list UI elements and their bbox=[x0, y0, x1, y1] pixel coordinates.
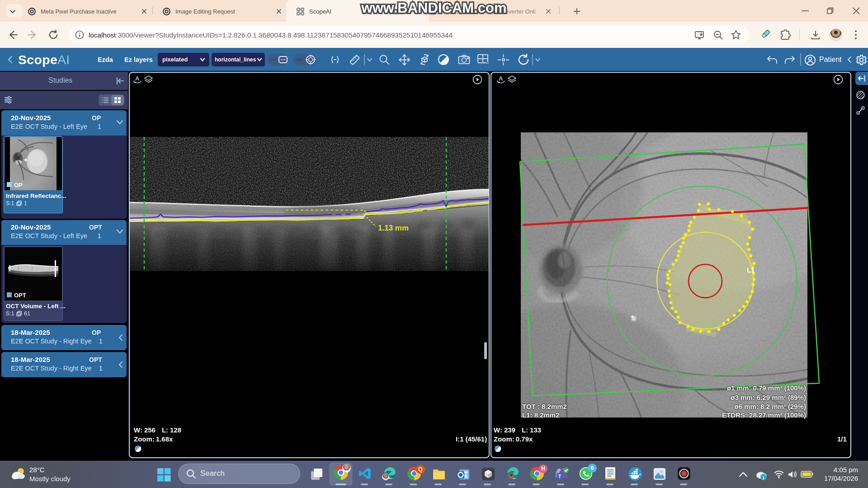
svg-text:T: T bbox=[558, 474, 561, 479]
svg-text:A: A bbox=[135, 75, 140, 82]
svg-text:L1: L1 bbox=[747, 266, 755, 274]
svg-text:i: i bbox=[763, 475, 764, 480]
svg-text:A: A bbox=[499, 75, 503, 82]
svg-text:1.13 mm: 1.13 mm bbox=[378, 224, 409, 232]
